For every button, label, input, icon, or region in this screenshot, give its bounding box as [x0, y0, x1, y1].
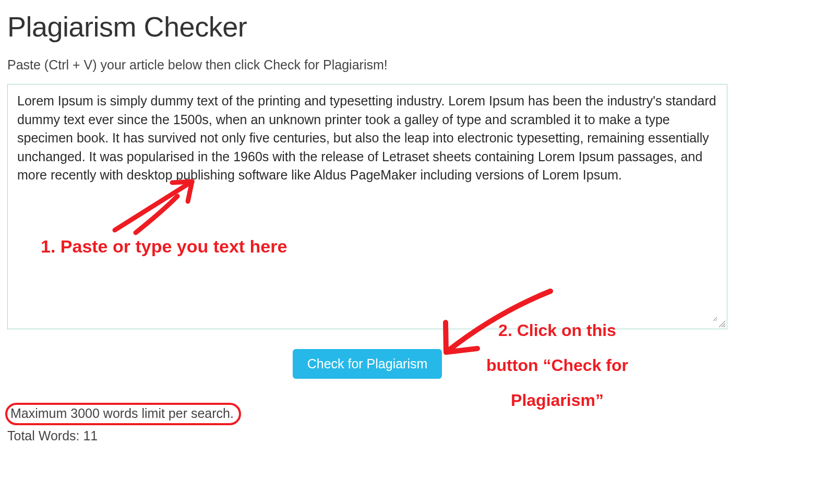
article-textarea-container	[7, 84, 727, 329]
svg-line-1	[722, 323, 725, 327]
resize-handle-icon	[717, 319, 726, 328]
total-words-value: 11	[83, 428, 98, 443]
svg-line-0	[719, 321, 725, 327]
check-plagiarism-button[interactable]: Check for Plagiarism	[293, 349, 442, 379]
svg-line-2	[724, 326, 725, 327]
article-textarea[interactable]	[17, 92, 717, 321]
total-words-text: Total Words: 11	[7, 428, 832, 443]
paste-instructions: Paste (Ctrl + V) your article below then…	[7, 57, 832, 73]
word-limit-text: Maximum 3000 words limit per search.	[5, 403, 241, 425]
page-title: Plagiarism Checker	[7, 10, 832, 43]
total-words-label: Total Words:	[7, 428, 83, 443]
